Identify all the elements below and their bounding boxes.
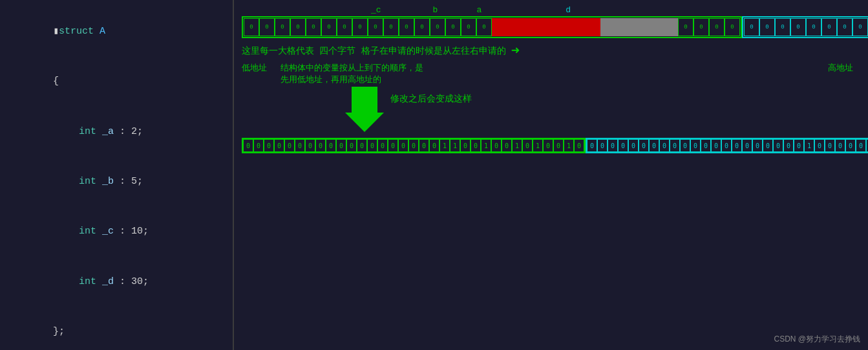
bottom-mem-group-green: 0 0 0 0 0 0 0 0 0 0 0 0 0 0 0 0 0 0 0 1: [242, 138, 586, 153]
modify-text: 修改之后会变成这样: [390, 93, 472, 105]
bit-c-8: 0: [670, 139, 680, 152]
struct-field-c: int _c : 10;: [32, 207, 233, 257]
bit-23: 1: [481, 139, 491, 152]
bit-c-23: 0: [825, 139, 835, 152]
bit-c-6: 0: [649, 139, 659, 152]
mem-group-left: 0 0 0 0 0 0 0 0 0 0 0 0 0 0 0 0: [242, 16, 742, 38]
bit-c-5: 0: [639, 139, 649, 152]
mid-explanation: 结构体中的变量按从上到下的顺序，是 先用低地址，再用高地址的: [281, 62, 821, 85]
mem-box: 0: [368, 18, 383, 36]
bit-25: 0: [502, 139, 512, 152]
explain-text-1: 这里每一大格代表 四个字节 格子在申请的时候是从左往右申请的: [242, 45, 506, 57]
bit-c-18: 0: [773, 139, 783, 152]
mem-box: 0: [352, 18, 368, 36]
bit-c-10: 0: [690, 139, 701, 152]
bit-3: 0: [274, 139, 284, 152]
top-memory-row: 0 0 0 0 0 0 0 0 0 0 0 0 0 0 0 0: [242, 16, 860, 38]
bit-30: 0: [553, 139, 564, 152]
label-d: d: [566, 5, 571, 15]
mem-box-cyan: 0: [790, 18, 806, 36]
mem-box-cyan: 0: [744, 18, 759, 36]
bit-c-22: 0: [814, 139, 825, 152]
bit-c-3: 0: [618, 139, 628, 152]
bit-c-16: 0: [752, 139, 763, 152]
bit-c-14: 0: [732, 139, 742, 152]
mem-box: 0: [275, 18, 290, 36]
mem-box-cyan: 0: [837, 18, 852, 36]
bit-0: 0: [243, 139, 253, 152]
mem-box: 0: [321, 18, 337, 36]
bit-c-19: 0: [783, 139, 794, 152]
label-b: b: [433, 5, 438, 15]
mem-box-red: [569, 18, 585, 36]
bit-5: 0: [295, 139, 305, 152]
svg-marker-0: [345, 87, 384, 132]
bit-24: 0: [491, 139, 502, 152]
bit-c-9: 0: [680, 139, 690, 152]
bit-1: 0: [253, 139, 264, 152]
bit-c-20: 0: [794, 139, 804, 152]
bit-29: 0: [543, 139, 553, 152]
main-container: ▮struct A { int _a : 2; int _b : 5; int …: [0, 0, 868, 350]
bit-c-7: 0: [659, 139, 670, 152]
mem-box: 0: [709, 18, 725, 36]
bit-14: 0: [388, 139, 398, 152]
bit-28: 1: [533, 139, 543, 152]
bit-4: 0: [284, 139, 295, 152]
var-labels-row: _c b a d: [371, 5, 860, 15]
mem-box: 0: [399, 18, 414, 36]
bit-18: 0: [429, 139, 439, 152]
mem-box: 0: [306, 18, 321, 36]
high-addr-label: 高地址: [828, 62, 860, 74]
bit-c-0: 0: [587, 139, 597, 152]
bit-c-1: 0: [597, 139, 608, 152]
bit-c-2: 0: [608, 139, 618, 152]
bit-27: 0: [522, 139, 533, 152]
bit-8: 0: [326, 139, 336, 152]
bit-9: 0: [336, 139, 346, 152]
mem-box-gray: [600, 18, 616, 36]
bit-c-11: 0: [701, 139, 711, 152]
struct-field-a: int _a : 2;: [32, 107, 233, 157]
struct-field-d: int _d : 30;: [32, 257, 233, 307]
label-c: _c: [371, 5, 381, 15]
label-a: a: [476, 5, 482, 15]
mem-box-gray: [662, 18, 678, 36]
bit-c-4: 0: [628, 139, 639, 152]
right-arrow-icon: ➜: [511, 42, 520, 60]
bit-7: 0: [315, 139, 326, 152]
explain-line1: 这里每一大格代表 四个字节 格子在申请的时候是从左往右申请的 ➜: [242, 42, 860, 60]
low-addr-label: 低地址: [242, 62, 274, 74]
bit-31: 1: [564, 139, 574, 152]
mem-box: 0: [414, 18, 430, 36]
bit-15: 0: [398, 139, 408, 152]
mem-box-cyan: 0: [852, 18, 868, 36]
explain-line2: 低地址 结构体中的变量按从上到下的顺序，是 先用低地址，再用高地址的 高地址: [242, 62, 860, 85]
mid-line1: 结构体中的变量按从上到下的顺序，是: [281, 62, 821, 74]
bit-32: 0: [574, 139, 584, 152]
bit-c-13: 0: [721, 139, 732, 152]
mem-box: 0: [430, 18, 445, 36]
struct-def-line2: {: [6, 56, 233, 106]
mem-box-red: [523, 18, 538, 36]
bit-10: 0: [346, 139, 357, 152]
mem-box: 0: [383, 18, 399, 36]
bottom-mem-group-cyan: 0 0 0 0 0 0 0 0 0 0 0 0 0 0 0 0 0 0 0 0: [586, 138, 868, 153]
struct-def-line1: ▮struct A: [6, 6, 233, 56]
watermark: CSDN @努力学习去挣钱: [774, 334, 860, 345]
bit-13: 0: [377, 139, 388, 152]
mem-box: 0: [244, 18, 259, 36]
bit-12: 0: [367, 139, 377, 152]
down-arrow-icon: [345, 87, 384, 132]
down-arrow-container: [345, 87, 384, 135]
bit-c-15: 0: [742, 139, 752, 152]
bit-c-26: 0: [856, 139, 866, 152]
mem-box-gray: [647, 18, 662, 36]
bit-17: 0: [419, 139, 429, 152]
modify-text-container: 修改之后会变成这样: [390, 87, 472, 105]
mem-box: 0: [461, 18, 476, 36]
bit-2: 0: [264, 139, 274, 152]
diagram-panel: _c b a d 0 0 0 0 0 0 0 0 0 0 0 0 0: [234, 0, 868, 350]
mem-box-red: [507, 18, 523, 36]
mem-box-cyan: 0: [775, 18, 790, 36]
